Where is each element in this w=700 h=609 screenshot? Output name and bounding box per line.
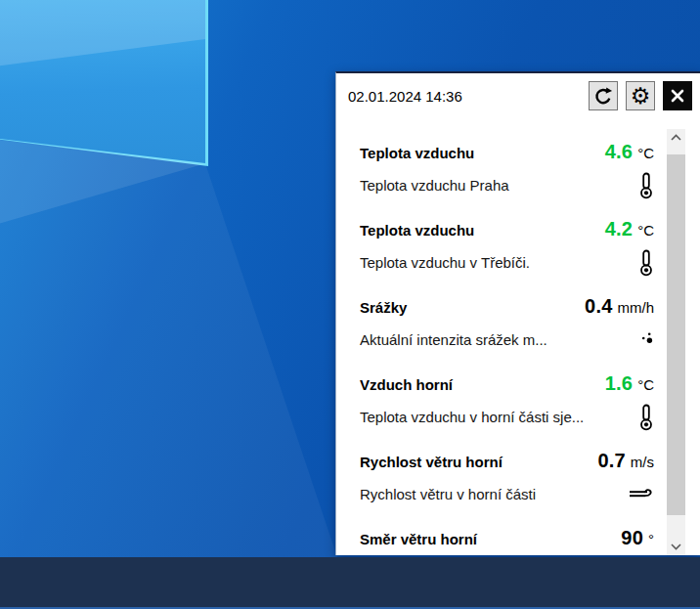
sensor-subtitle: Teplota vzduchu v Třebíči.: [360, 254, 530, 271]
sensor-unit: m/s: [631, 454, 654, 470]
close-button[interactable]: [663, 81, 692, 110]
sensor-value: 0.7: [597, 450, 625, 472]
raindrops-icon: [640, 331, 654, 349]
sensor-subtitle: Teplota vzduchu Praha: [360, 177, 509, 194]
settings-button[interactable]: ⚙: [626, 81, 655, 110]
sensor-row[interactable]: Vzduch horní 1.6 °C Teplota vzduchu v ho…: [360, 372, 654, 435]
scroll-up-button[interactable]: [667, 129, 685, 146]
scroll-down-button[interactable]: [667, 539, 685, 555]
sensor-value: 4.6: [605, 141, 633, 163]
sensor-value: 1.6: [605, 372, 633, 395]
wind-icon: [628, 484, 654, 504]
wallpaper-beam-faint: [0, 140, 337, 557]
sensor-title: Vzduch horní: [360, 376, 453, 393]
widget-header-buttons: ⚙: [589, 81, 692, 110]
chevron-up-icon: [671, 134, 681, 141]
refresh-button[interactable]: [589, 81, 618, 110]
sensor-subtitle: Aktuální intenzita srážek m...: [360, 331, 547, 348]
thermometer-icon: [638, 249, 654, 281]
chevron-down-icon: [671, 544, 681, 550]
sensor-unit: °: [648, 531, 654, 547]
sensor-unit: °C: [637, 145, 654, 161]
thermometer-icon: [638, 404, 654, 435]
sensor-reading: 4.6 °C: [605, 141, 654, 163]
refresh-icon: [592, 85, 614, 107]
weather-widget-window: 02.01.2024 14:36 ⚙: [335, 71, 700, 555]
close-icon: [670, 88, 685, 104]
sensor-title: Směr větru horní: [360, 531, 477, 547]
sensor-value: 0.4: [585, 295, 612, 318]
sensor-row[interactable]: Srážky 0.4 mm/h Aktuální intenzita sráže…: [360, 295, 654, 349]
scrollbar-thumb[interactable]: [667, 154, 685, 515]
sensor-title: Srážky: [360, 299, 407, 316]
desktop: 02.01.2024 14:36 ⚙: [0, 0, 700, 609]
sensor-title: Teplota vzduchu: [360, 222, 474, 239]
sensor-row[interactable]: Teplota vzduchu 4.2 °C Teplota vzduchu v…: [360, 218, 654, 281]
taskbar: ENG 14:36 02.01.2024: [0, 557, 700, 609]
sensor-reading: 0.4 mm/h: [585, 295, 654, 318]
scrollbar[interactable]: [667, 129, 685, 555]
sensor-reading: 4.2 °C: [605, 218, 654, 240]
sensor-subtitle: Rychlost větru v horní části: [360, 486, 536, 502]
thermometer-icon: [638, 172, 654, 203]
sensor-reading: 1.6 °C: [605, 372, 654, 395]
sensor-value: 4.2: [605, 218, 633, 240]
sensor-row[interactable]: Teplota vzduchu 4.6 °C Teplota vzduchu P…: [360, 141, 654, 203]
sensor-row[interactable]: Rychlost větru horní 0.7 m/s Rychlost vě…: [360, 450, 654, 504]
sensor-reading: 90 °: [621, 527, 654, 549]
sensor-reading: 0.7 m/s: [597, 450, 654, 472]
widget-header: 02.01.2024 14:36 ⚙: [336, 73, 700, 128]
sensor-title: Rychlost větru horní: [360, 454, 503, 470]
sensor-value: 90: [621, 527, 643, 549]
sensor-unit: °C: [637, 222, 654, 239]
sensor-row[interactable]: Směr větru horní 90 °: [360, 527, 654, 549]
sensor-title: Teplota vzduchu: [360, 145, 474, 161]
gear-icon: ⚙: [631, 85, 651, 108]
sensor-subtitle: Teplota vzduchu v horní části sje...: [360, 409, 584, 425]
widget-datetime: 02.01.2024 14:36: [348, 88, 462, 105]
sensor-unit: °C: [637, 376, 654, 393]
sensor-unit: mm/h: [618, 299, 655, 316]
